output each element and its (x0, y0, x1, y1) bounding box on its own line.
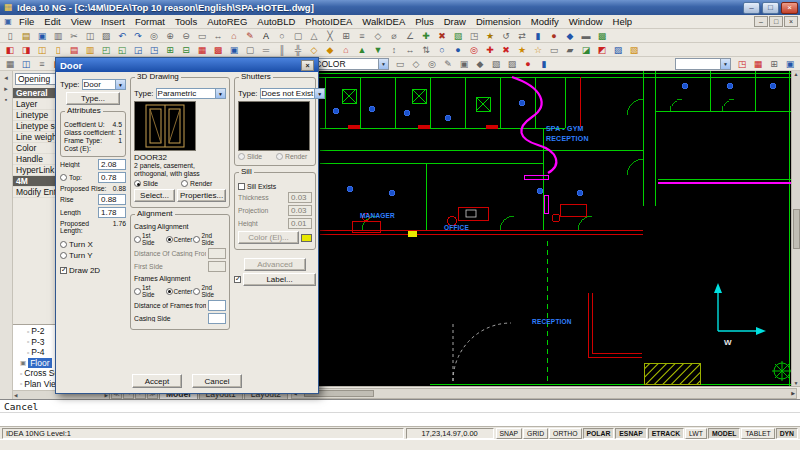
toolbar-icon[interactable]: ✎ (242, 29, 258, 42)
toolbar-icon[interactable]: ▬ (578, 29, 594, 42)
toolbar-icon[interactable]: ◎ (466, 43, 482, 56)
toolbar-icon[interactable]: ◩ (594, 43, 610, 56)
toolbar-icon[interactable]: ◧ (2, 43, 18, 56)
toolbar-icon[interactable]: ◆ (472, 57, 488, 70)
toolbar-icon[interactable]: ↶ (114, 29, 130, 42)
label-button[interactable]: Label... (243, 273, 316, 286)
toolbar-icon[interactable]: ▭ (194, 29, 210, 42)
toolbar-icon[interactable]: ▣ (34, 29, 50, 42)
toolbar-icon[interactable]: ∠ (402, 29, 418, 42)
toolbar-icon[interactable]: A (258, 29, 274, 42)
status-toggle[interactable]: ETRACK (648, 428, 684, 439)
strip-icon[interactable]: ▪ (5, 96, 7, 103)
toolbar-icon[interactable]: ▮ (536, 57, 552, 70)
length-field[interactable]: 1.78 (98, 207, 126, 218)
strip-icon[interactable]: ◂ (4, 74, 8, 82)
toolbar-icon[interactable]: ◇ (370, 29, 386, 42)
toolbar-icon[interactable]: ◪ (578, 43, 594, 56)
toolbar-icon[interactable]: ⇅ (418, 43, 434, 56)
top-radio[interactable] (60, 174, 67, 181)
toolbar-icon[interactable]: ▤ (18, 29, 34, 42)
shutters-slide-radio[interactable] (238, 153, 245, 160)
toolbar-icon[interactable]: ↔ (402, 43, 418, 56)
scroll-left-icon[interactable]: ◀ (14, 393, 17, 398)
type-button[interactable]: Type... (66, 92, 120, 105)
chevron-down-icon[interactable]: ▼ (115, 80, 125, 89)
toolbar-icon[interactable]: ▢ (290, 29, 306, 42)
toolbar-icon[interactable]: ★ (514, 43, 530, 56)
toolbar-icon[interactable]: ▦ (750, 57, 766, 70)
toolbar-icon[interactable]: ↔ (210, 29, 226, 42)
toolbar-icon[interactable]: ▧ (488, 57, 504, 70)
toolbar-icon[interactable]: ≡ (34, 57, 50, 70)
mdi-minimize-button[interactable]: – (754, 16, 768, 27)
status-toggle[interactable]: TABLET (741, 428, 774, 439)
frames-center-radio[interactable] (166, 288, 173, 295)
frames-1st-side-radio[interactable] (134, 288, 141, 295)
canvas-vertical-scrollbar[interactable]: ▲ ▼ (791, 71, 800, 386)
toolbar-icon[interactable]: ▥ (50, 29, 66, 42)
status-toggle[interactable]: GRID (523, 428, 548, 439)
chevron-down-icon[interactable]: ▼ (378, 59, 388, 69)
menu-item[interactable]: Edit (39, 16, 65, 27)
status-toggle[interactable]: SNAP (496, 428, 523, 439)
dialog-close-icon[interactable]: × (301, 60, 314, 71)
canvas-horizontal-scrollbar[interactable]: ◀ ▶ (291, 388, 797, 399)
toolbar-icon[interactable]: ▤ (66, 43, 82, 56)
menu-item[interactable]: PhotoIDEA (300, 16, 357, 27)
toolbar-icon[interactable]: ◰ (98, 43, 114, 56)
status-toggle[interactable]: MODEL (708, 428, 741, 439)
scroll-up-icon[interactable]: ▲ (794, 71, 799, 77)
command-line-area[interactable]: Cancel (0, 399, 800, 426)
toolbar-icon[interactable]: ▯ (2, 29, 18, 42)
toolbar-icon[interactable]: ▥ (82, 43, 98, 56)
toolbar-icon[interactable]: ▨ (98, 29, 114, 42)
toolbar-icon[interactable]: ◇ (306, 43, 322, 56)
toolbar-icon[interactable]: ▭ (392, 57, 408, 70)
status-toggle[interactable]: LWT (685, 428, 707, 439)
casing-side-field[interactable] (208, 313, 226, 324)
toolbar-icon[interactable]: ▲ (354, 43, 370, 56)
toolbar-icon[interactable]: ◨ (18, 43, 34, 56)
shutters-render-radio[interactable] (276, 153, 283, 160)
toolbar-icon[interactable]: ☆ (530, 43, 546, 56)
sill-color-button[interactable]: Color (El)... (238, 231, 299, 244)
toolbar-icon[interactable]: ○ (274, 29, 290, 42)
toolbar-icon[interactable]: ⌂ (338, 43, 354, 56)
style-combo[interactable]: ▼ (675, 58, 731, 70)
toolbar-icon[interactable]: △ (306, 29, 322, 42)
toolbar-icon[interactable]: ● (450, 43, 466, 56)
frames-2nd-side-radio[interactable] (193, 288, 200, 295)
chevron-down-icon[interactable]: ▼ (215, 89, 225, 98)
sill-height-field[interactable]: 0.01 (288, 218, 312, 229)
toolbar-icon[interactable]: ● (520, 57, 536, 70)
casing-1st-side-radio[interactable] (134, 236, 141, 243)
toolbar-icon[interactable]: ⊞ (766, 57, 782, 70)
menu-item[interactable]: Window (564, 16, 608, 27)
menu-item[interactable]: File (14, 16, 39, 27)
top-field[interactable]: 0.78 (98, 172, 126, 183)
menu-item[interactable]: View (66, 16, 96, 27)
toolbar-icon[interactable]: ◫ (82, 29, 98, 42)
toolbar-icon[interactable]: ◇ (408, 57, 424, 70)
turn-x-radio[interactable] (60, 241, 67, 248)
toolbar-icon[interactable]: ⊞ (162, 43, 178, 56)
toolbar-icon[interactable]: ▯ (50, 43, 66, 56)
casing-distance-field[interactable] (208, 248, 226, 259)
menu-item[interactable]: AutoBLD (252, 16, 300, 27)
toolbar-icon[interactable]: ✚ (482, 43, 498, 56)
toolbar-icon[interactable]: ⇄ (514, 29, 530, 42)
toolbar-icon[interactable]: ◱ (114, 43, 130, 56)
toolbar-icon[interactable]: ▼ (370, 43, 386, 56)
status-toggle[interactable]: DYN (776, 428, 798, 439)
toolbar-icon[interactable]: ◆ (322, 43, 338, 56)
dialog-title-bar[interactable]: Door × (56, 58, 318, 72)
status-toggle[interactable]: POLAR (583, 428, 615, 439)
3d-type-combo[interactable]: Parametric ▼ (156, 88, 226, 99)
scrollbar-thumb[interactable] (793, 209, 800, 249)
label-checkbox[interactable] (234, 276, 241, 283)
toolbar-icon[interactable]: ○ (434, 43, 450, 56)
draw-2d-checkbox[interactable] (60, 267, 67, 274)
toolbar-icon[interactable]: ◫ (18, 57, 34, 70)
toolbar-icon[interactable]: ▦ (2, 57, 18, 70)
